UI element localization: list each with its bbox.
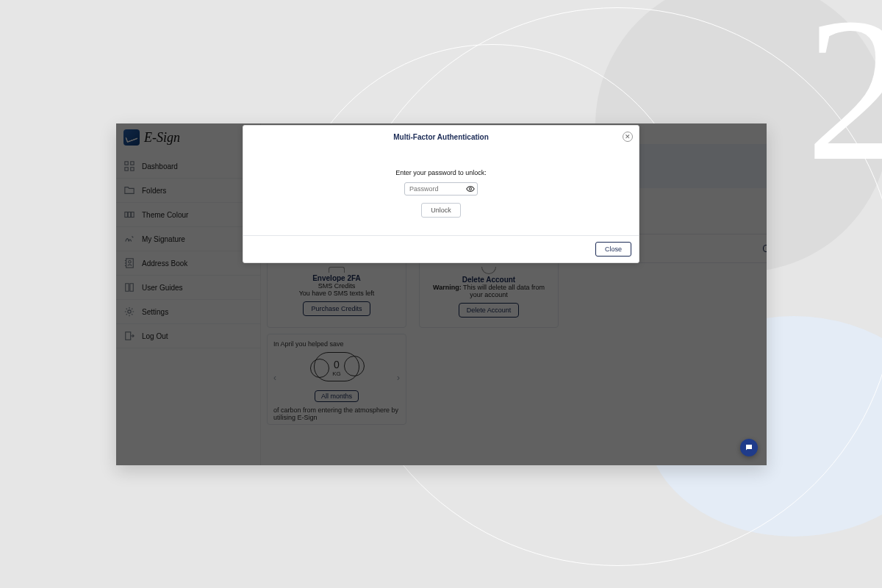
modal-title: Multi-Factor Authentication bbox=[393, 133, 489, 141]
app-window: E-Sign Dashboard Folders bbox=[116, 123, 767, 465]
mfa-modal: Multi-Factor Authentication ✕ Enter your… bbox=[243, 125, 639, 263]
modal-footer: Close bbox=[243, 235, 639, 262]
close-button[interactable]: Close bbox=[595, 242, 631, 257]
modal-prompt: Enter your password to unlock: bbox=[258, 169, 624, 176]
decor-step-number: 2 bbox=[806, 0, 882, 208]
unlock-button[interactable]: Unlock bbox=[421, 203, 461, 218]
eye-icon[interactable] bbox=[466, 184, 475, 193]
svg-point-11 bbox=[470, 188, 472, 190]
modal-header: Multi-Factor Authentication ✕ bbox=[243, 126, 639, 148]
close-icon[interactable]: ✕ bbox=[623, 132, 633, 142]
modal-body: Enter your password to unlock: Unlock bbox=[243, 148, 639, 235]
help-chat-button[interactable] bbox=[740, 439, 758, 456]
